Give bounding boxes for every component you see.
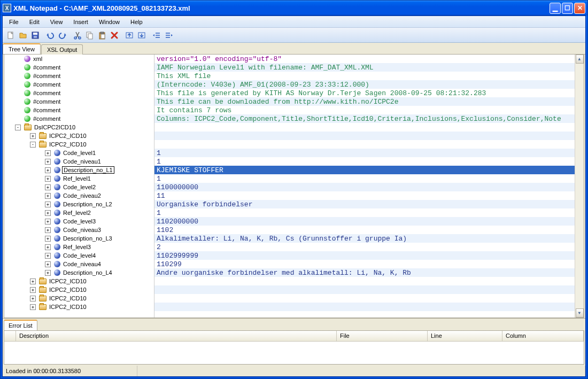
tree-node-label[interactable]: Code_niveau2 [62,192,102,199]
value-row[interactable] [154,303,584,311]
move-up-icon[interactable] [123,29,135,41]
tree-node-label[interactable]: ICPC2_ICD10 [48,133,88,139]
close-button[interactable]: ✕ [574,3,585,14]
copy-icon[interactable] [84,29,96,41]
tree-node-label[interactable]: xml [32,56,43,62]
value-row[interactable]: 2 [154,243,584,251]
tree-node-label[interactable]: ICPC2_ICD10 [48,278,88,284]
tree-node[interactable]: +Code_level4 [4,251,154,260]
menu-help[interactable]: Help [125,17,148,27]
expand-icon[interactable]: + [45,176,51,182]
value-row[interactable]: version="1.0" encoding="utf-8" [154,55,584,63]
redo-icon[interactable] [57,29,68,41]
tree-node[interactable]: +ICPC2_ICD10 [4,277,154,285]
tree-node[interactable]: +#comment [4,97,154,106]
tree-node-label[interactable]: Code_niveau1 [62,158,102,165]
value-row[interactable]: IAMF Norwegian Level1 with filename: AMF… [154,63,584,72]
tree-node[interactable]: -DsICPC2ICD10 [4,123,154,132]
outdent-icon[interactable] [151,29,163,41]
tree-node[interactable]: +#comment [4,89,154,97]
value-row[interactable]: 1 [154,208,584,217]
menu-edit[interactable]: Edit [24,17,45,27]
error-grid[interactable]: Description File Line Column [4,330,584,365]
tree-node[interactable]: +Description_no_L4 [4,268,154,277]
minimize-button[interactable]: ▁ [550,3,561,14]
value-row[interactable]: KJEMISKE STOFFER [154,166,584,174]
error-col-icon[interactable] [4,331,16,341]
expand-icon[interactable]: + [45,236,51,242]
tree-node-label[interactable]: #comment [32,90,61,96]
expand-icon[interactable]: + [45,227,51,233]
tree-node-label[interactable]: Ref_level2 [62,210,92,216]
tree-pane[interactable]: +xml+#comment+#comment+#comment+#comment… [4,55,154,318]
expand-icon[interactable]: + [45,159,51,165]
value-row[interactable]: Columns: ICPC2_Code,Component,Title,Shor… [154,114,584,123]
tree-node-label[interactable]: Ref_level1 [62,175,92,182]
tree-node-label[interactable]: Code_level2 [62,184,97,190]
tree-node-label[interactable]: ICPC2_ICD10 [48,141,88,148]
value-row[interactable]: 1102999999 [154,251,584,260]
tree-node[interactable]: +Ref_level3 [4,243,154,251]
expand-icon[interactable]: + [45,167,51,173]
value-row[interactable]: It contains 7 rows [154,106,584,114]
value-row[interactable]: Uorganiske forbindelser [154,200,584,208]
value-row[interactable]: 1102 [154,226,584,234]
tree-node-label[interactable]: Code_niveau4 [62,261,102,267]
tree-node[interactable]: +Code_niveau2 [4,191,154,200]
indent-icon[interactable] [163,29,175,41]
tree-node[interactable]: +Ref_level2 [4,208,154,217]
tree-node-label[interactable]: Description_no_L4 [62,269,113,276]
tree-node[interactable]: +Code_level3 [4,217,154,226]
tree-node-label[interactable]: DsICPC2ICD10 [33,124,76,130]
tab-xsl-output[interactable]: XSL Output [41,44,83,55]
expand-icon[interactable]: + [45,261,51,267]
tree-node[interactable]: +#comment [4,114,154,123]
value-pane[interactable]: version="1.0" encoding="utf-8"IAMF Norwe… [154,55,584,318]
tree-node[interactable]: +xml [4,55,154,63]
expand-icon[interactable]: + [45,210,51,216]
value-row[interactable]: 1102000000 [154,217,584,226]
expand-icon[interactable]: + [30,287,36,293]
tree-node[interactable]: +ICPC2_ICD10 [4,132,154,140]
titlebar[interactable]: X XML Notepad - C:\AMF_XML20080925_08213… [1,1,587,16]
tree-node[interactable]: +#comment [4,80,154,89]
tree-node[interactable]: -ICPC2_ICD10 [4,140,154,149]
tree-node[interactable]: +#comment [4,72,154,80]
expand-icon[interactable]: + [45,219,51,225]
menu-insert[interactable]: Insert [68,17,94,27]
expand-icon[interactable]: + [45,270,51,276]
tree-node-label[interactable]: ICPC2_ICD10 [48,304,88,310]
expand-icon[interactable]: + [30,279,36,284]
tab-tree-view[interactable]: Tree View [3,43,41,54]
error-col-description[interactable]: Description [16,331,337,341]
expand-icon[interactable]: + [45,253,51,259]
expand-icon[interactable]: + [45,193,51,199]
value-row[interactable] [154,285,584,294]
paste-icon[interactable] [96,29,108,41]
delete-icon[interactable] [109,29,120,41]
tree-node-label[interactable]: Description_no_L1 [62,166,114,174]
tree-node-label[interactable]: Description_no_L2 [62,201,113,207]
value-row[interactable]: 1100000000 [154,183,584,191]
open-icon[interactable] [17,29,29,41]
expand-icon[interactable]: + [45,202,51,207]
expand-icon[interactable]: + [30,296,36,301]
value-row[interactable]: 1 [154,157,584,166]
error-col-column[interactable]: Column [502,331,584,341]
expand-icon[interactable]: + [45,150,51,156]
error-col-file[interactable]: File [337,331,428,341]
tab-error-list[interactable]: Error List [4,320,37,330]
tree-node[interactable]: +#comment [4,106,154,114]
tree-node[interactable]: +Code_level1 [4,149,154,157]
tree-node-label[interactable]: #comment [32,107,61,113]
tree-node[interactable]: +Description_no_L3 [4,234,154,243]
value-row[interactable] [154,132,584,140]
expand-icon[interactable]: + [45,244,51,250]
tree-node[interactable]: +ICPC2_ICD10 [4,303,154,311]
maximize-button[interactable]: ☐ [562,3,573,14]
new-icon[interactable] [5,29,17,41]
cut-icon[interactable] [72,29,83,41]
value-row[interactable]: 110299 [154,260,584,268]
value-row[interactable] [154,294,584,303]
error-col-line[interactable]: Line [428,331,502,341]
